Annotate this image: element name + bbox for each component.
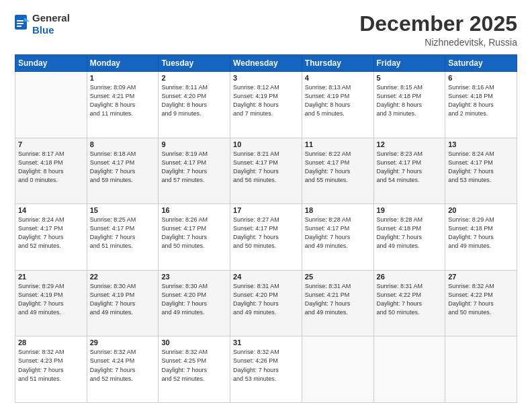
day-number: 18 <box>305 206 371 214</box>
weekday-header-sunday: Sunday <box>15 55 87 72</box>
day-info: Sunrise: 8:22 AM Sunset: 4:17 PM Dayligh… <box>305 150 371 185</box>
day-info: Sunrise: 8:24 AM Sunset: 4:17 PM Dayligh… <box>448 150 514 185</box>
day-info: Sunrise: 8:27 AM Sunset: 4:17 PM Dayligh… <box>233 216 299 250</box>
day-number: 30 <box>161 338 227 347</box>
calendar-cell <box>445 336 517 403</box>
week-row-3: 14Sunrise: 8:24 AM Sunset: 4:17 PM Dayli… <box>15 204 517 271</box>
day-info: Sunrise: 8:12 AM Sunset: 4:19 PM Dayligh… <box>233 83 299 118</box>
calendar-cell: 5Sunrise: 8:15 AM Sunset: 4:18 PM Daylig… <box>373 72 445 138</box>
day-info: Sunrise: 8:32 AM Sunset: 4:24 PM Dayligh… <box>90 348 156 383</box>
day-info: Sunrise: 8:32 AM Sunset: 4:22 PM Dayligh… <box>448 282 514 317</box>
day-info: Sunrise: 8:29 AM Sunset: 4:18 PM Dayligh… <box>448 216 514 250</box>
calendar-cell: 26Sunrise: 8:31 AM Sunset: 4:22 PM Dayli… <box>373 270 445 336</box>
calendar-cell: 12Sunrise: 8:23 AM Sunset: 4:17 PM Dayli… <box>373 138 445 204</box>
day-number: 25 <box>305 273 371 281</box>
calendar-cell: 22Sunrise: 8:30 AM Sunset: 4:19 PM Dayli… <box>87 270 159 336</box>
day-number: 4 <box>305 74 371 82</box>
day-number: 19 <box>377 206 443 214</box>
week-row-4: 21Sunrise: 8:29 AM Sunset: 4:19 PM Dayli… <box>15 270 517 336</box>
day-number: 23 <box>161 273 227 281</box>
day-number: 2 <box>161 74 227 82</box>
calendar-cell: 24Sunrise: 8:31 AM Sunset: 4:20 PM Dayli… <box>230 270 302 336</box>
calendar-cell: 30Sunrise: 8:32 AM Sunset: 4:25 PM Dayli… <box>159 336 230 403</box>
day-number: 12 <box>377 140 443 148</box>
calendar-cell: 10Sunrise: 8:21 AM Sunset: 4:17 PM Dayli… <box>230 138 302 204</box>
day-info: Sunrise: 8:32 AM Sunset: 4:23 PM Dayligh… <box>18 348 84 383</box>
svg-rect-3 <box>17 23 24 24</box>
calendar-cell: 1Sunrise: 8:09 AM Sunset: 4:21 PM Daylig… <box>87 72 159 138</box>
day-number: 21 <box>18 273 84 281</box>
day-info: Sunrise: 8:19 AM Sunset: 4:17 PM Dayligh… <box>161 150 227 185</box>
day-number: 5 <box>377 74 443 82</box>
calendar-cell: 23Sunrise: 8:30 AM Sunset: 4:20 PM Dayli… <box>159 270 230 336</box>
weekday-header-thursday: Thursday <box>302 55 373 72</box>
weekday-header-tuesday: Tuesday <box>159 55 230 72</box>
weekday-header-wednesday: Wednesday <box>230 55 302 72</box>
logo-blue: Blue <box>32 24 54 36</box>
header: General Blue December 2025 Nizhnedevitsk… <box>15 12 517 48</box>
weekday-header-friday: Friday <box>373 55 445 72</box>
day-info: Sunrise: 8:28 AM Sunset: 4:18 PM Dayligh… <box>377 216 443 250</box>
week-row-2: 7Sunrise: 8:17 AM Sunset: 4:18 PM Daylig… <box>15 138 517 204</box>
day-number: 26 <box>377 273 443 281</box>
calendar-cell: 11Sunrise: 8:22 AM Sunset: 4:17 PM Dayli… <box>302 138 373 204</box>
logo-general: General <box>32 12 70 24</box>
calendar-cell: 21Sunrise: 8:29 AM Sunset: 4:19 PM Dayli… <box>15 270 87 336</box>
calendar-cell: 27Sunrise: 8:32 AM Sunset: 4:22 PM Dayli… <box>445 270 517 336</box>
calendar-cell: 29Sunrise: 8:32 AM Sunset: 4:24 PM Dayli… <box>87 336 159 403</box>
calendar-cell: 4Sunrise: 8:13 AM Sunset: 4:19 PM Daylig… <box>302 72 373 138</box>
day-number: 3 <box>233 74 299 82</box>
day-number: 17 <box>233 206 299 214</box>
day-number: 13 <box>448 140 514 148</box>
location: Nizhnedevitsk, Russia <box>359 37 517 48</box>
calendar-cell <box>302 336 373 403</box>
weekday-header-row: SundayMondayTuesdayWednesdayThursdayFrid… <box>15 55 517 72</box>
day-info: Sunrise: 8:30 AM Sunset: 4:19 PM Dayligh… <box>90 282 156 317</box>
logo: General Blue <box>15 12 70 36</box>
calendar-cell: 18Sunrise: 8:28 AM Sunset: 4:17 PM Dayli… <box>302 204 373 271</box>
calendar-cell: 13Sunrise: 8:24 AM Sunset: 4:17 PM Dayli… <box>445 138 517 204</box>
logo-text: General Blue <box>32 12 70 36</box>
weekday-header-monday: Monday <box>87 55 159 72</box>
day-info: Sunrise: 8:29 AM Sunset: 4:19 PM Dayligh… <box>18 282 84 317</box>
day-info: Sunrise: 8:31 AM Sunset: 4:20 PM Dayligh… <box>233 282 299 317</box>
day-number: 6 <box>448 74 514 82</box>
day-info: Sunrise: 8:18 AM Sunset: 4:17 PM Dayligh… <box>90 150 156 185</box>
svg-rect-0 <box>15 15 27 30</box>
calendar-cell: 14Sunrise: 8:24 AM Sunset: 4:17 PM Dayli… <box>15 204 87 271</box>
day-number: 27 <box>448 273 514 281</box>
calendar-cell: 3Sunrise: 8:12 AM Sunset: 4:19 PM Daylig… <box>230 72 302 138</box>
calendar-cell: 6Sunrise: 8:16 AM Sunset: 4:18 PM Daylig… <box>445 72 517 138</box>
day-info: Sunrise: 8:21 AM Sunset: 4:17 PM Dayligh… <box>233 150 299 185</box>
day-number: 7 <box>18 140 84 148</box>
week-row-5: 28Sunrise: 8:32 AM Sunset: 4:23 PM Dayli… <box>15 336 517 403</box>
calendar-cell: 20Sunrise: 8:29 AM Sunset: 4:18 PM Dayli… <box>445 204 517 271</box>
day-info: Sunrise: 8:32 AM Sunset: 4:25 PM Dayligh… <box>161 348 227 383</box>
calendar-cell: 7Sunrise: 8:17 AM Sunset: 4:18 PM Daylig… <box>15 138 87 204</box>
day-info: Sunrise: 8:11 AM Sunset: 4:20 PM Dayligh… <box>161 83 227 118</box>
calendar-cell: 8Sunrise: 8:18 AM Sunset: 4:17 PM Daylig… <box>87 138 159 204</box>
day-number: 8 <box>90 140 156 148</box>
calendar-cell: 17Sunrise: 8:27 AM Sunset: 4:17 PM Dayli… <box>230 204 302 271</box>
day-number: 31 <box>233 338 299 347</box>
day-number: 29 <box>90 338 156 347</box>
day-number: 22 <box>90 273 156 281</box>
day-info: Sunrise: 8:16 AM Sunset: 4:18 PM Dayligh… <box>448 83 514 118</box>
day-info: Sunrise: 8:28 AM Sunset: 4:17 PM Dayligh… <box>305 216 371 250</box>
day-number: 16 <box>161 206 227 214</box>
calendar-body: 1Sunrise: 8:09 AM Sunset: 4:21 PM Daylig… <box>15 72 517 403</box>
calendar-cell: 25Sunrise: 8:31 AM Sunset: 4:21 PM Dayli… <box>302 270 373 336</box>
month-title: December 2025 <box>359 12 517 36</box>
weekday-header-saturday: Saturday <box>445 55 517 72</box>
calendar-cell: 28Sunrise: 8:32 AM Sunset: 4:23 PM Dayli… <box>15 336 87 403</box>
svg-rect-2 <box>17 20 24 21</box>
day-info: Sunrise: 8:23 AM Sunset: 4:17 PM Dayligh… <box>377 150 443 185</box>
day-number: 20 <box>448 206 514 214</box>
day-info: Sunrise: 8:13 AM Sunset: 4:19 PM Dayligh… <box>305 83 371 118</box>
calendar-cell: 15Sunrise: 8:25 AM Sunset: 4:17 PM Dayli… <box>87 204 159 271</box>
day-number: 15 <box>90 206 156 214</box>
day-number: 14 <box>18 206 84 214</box>
day-info: Sunrise: 8:30 AM Sunset: 4:20 PM Dayligh… <box>161 282 227 317</box>
day-info: Sunrise: 8:09 AM Sunset: 4:21 PM Dayligh… <box>90 83 156 118</box>
title-block: December 2025 Nizhnedevitsk, Russia <box>359 12 517 48</box>
